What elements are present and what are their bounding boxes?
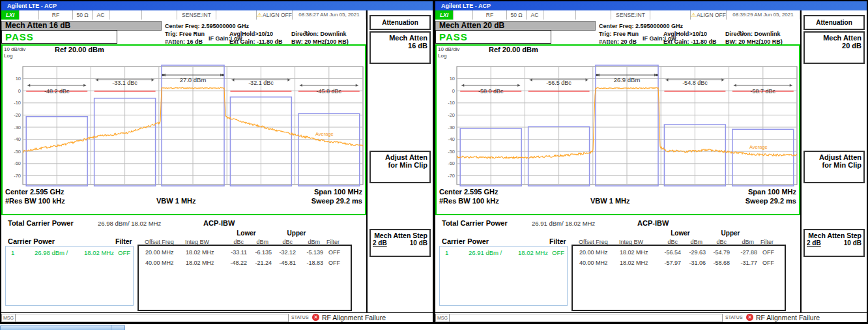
filter-cell: OFF <box>762 249 774 256</box>
log-label: Log <box>438 53 446 59</box>
spectrum-display: 100-10-20-30-40-50-60-70Average-58.0 dBc… <box>435 44 800 215</box>
error-icon: ✕ <box>312 314 319 321</box>
acp-ibw-label: ACP-IBW <box>637 219 669 227</box>
mech-atten-label: Mech Atten <box>371 34 427 42</box>
svg-text:10: 10 <box>16 76 21 82</box>
taskbar-item-fragment[interactable] <box>0 325 125 330</box>
mech-atten-softkey[interactable]: Mech Atten 16 dB <box>369 31 431 64</box>
mech-atten-step-label: Mech Atten Step <box>805 232 861 239</box>
total-carrier-power-label: Total Carrier Power <box>8 219 74 227</box>
adjust-atten-softkey[interactable]: Adjust Atten for Min Clip <box>369 151 431 183</box>
svg-text:0: 0 <box>452 88 455 94</box>
lxi-badge: LXI <box>435 10 454 20</box>
softkey-menu-title: Attenuation <box>369 15 431 30</box>
lower-dbm-cell: -31.06 <box>682 260 706 266</box>
svg-text:-20: -20 <box>14 112 21 118</box>
window-titlebar[interactable]: Agilent LTE - ACP <box>435 1 867 10</box>
mech-atten-label: Mech Atten <box>805 34 861 42</box>
svg-text:-40: -40 <box>14 136 21 142</box>
carrier-number: 1 <box>445 249 448 256</box>
svg-text:-58.0 dBc: -58.0 dBc <box>478 88 504 95</box>
svg-text:-32.1 dBc: -32.1 dBc <box>248 80 274 86</box>
step-selected-value[interactable]: 2 dB <box>807 239 821 247</box>
svg-text:-60: -60 <box>448 160 455 166</box>
impedance-indicator: 50 Ω <box>507 10 527 20</box>
strip-spacer <box>109 10 142 20</box>
adjust-atten-line2: for Min Clip <box>371 161 427 169</box>
step-selected-value[interactable]: 2 dB <box>373 239 387 247</box>
carrier-power-value: 26.98 dBm / <box>35 249 68 256</box>
mech-atten-value: 20 dB <box>805 42 861 50</box>
strip-spacer <box>576 10 611 20</box>
mech-atten-softkey[interactable]: Mech Atten 20 dB <box>803 31 865 64</box>
upper-dbc-cell: -54.79 <box>706 249 730 256</box>
carrier-power-header: Carrier Power <box>8 237 55 245</box>
clock: 08:38:27 AM Jun 05, 2021 <box>293 10 366 20</box>
trigger-readout: Trig: Free Run <box>599 31 639 37</box>
integ-bw-cell: 18.02 MHz <box>186 249 214 256</box>
strip-spacer <box>216 10 257 20</box>
svg-text:0: 0 <box>18 88 21 94</box>
carrier-filter-value: OFF <box>552 249 564 256</box>
lower-dbc-cell: -33.11 <box>224 249 247 256</box>
avg-hold-readout: Avg|Hold>10/10 <box>229 31 273 37</box>
rf-indicator: RF <box>39 10 73 20</box>
strip-spacer <box>142 10 177 20</box>
pass-indicator: PASS <box>435 30 551 44</box>
lower-dbc-cell: -48.22 <box>224 260 247 266</box>
analyzer-window: Agilent LTE - ACP LXI RF 50 Ω AC SENSE:I… <box>434 0 868 324</box>
upper-dbc-cell: -58.68 <box>706 260 730 266</box>
svg-text:-10: -10 <box>14 100 21 106</box>
svg-text:-45.8 dBc: -45.8 dBc <box>317 88 342 95</box>
svg-text:-56.5 dBc: -56.5 dBc <box>546 80 571 86</box>
carrier-power-list: 1 26.98 dBm / 18.02 MHz OFF <box>5 246 134 306</box>
adjust-atten-line1: Adjust Atten <box>371 153 427 161</box>
align-indicator: ⚠ALIGN OFF <box>257 10 293 20</box>
mech-atten-step-softkey[interactable]: Mech Atten Step 2 dB 10 dB <box>803 229 865 257</box>
window-titlebar[interactable]: Agilent LTE - ACP <box>1 1 433 10</box>
status-label: STATUS <box>291 315 309 320</box>
total-carrier-power-value: 26.91 dBm/ 18.02 MHz <box>532 220 595 227</box>
message-area <box>449 314 723 322</box>
span-annotation: Span 100 MHz <box>748 188 796 196</box>
svg-text:-10: -10 <box>448 100 455 106</box>
step-alt-value[interactable]: 10 dB <box>410 239 427 247</box>
adjust-atten-softkey[interactable]: Adjust Atten for Min Clip <box>803 151 865 183</box>
step-alt-value[interactable]: 10 dB <box>844 239 861 247</box>
carrier-power-list: 1 26.91 dBm / 18.02 MHz OFF <box>439 246 568 306</box>
coupling-indicator: AC <box>527 10 543 20</box>
align-status: ALIGN OFF <box>697 12 726 18</box>
taskbar-item-divider <box>111 325 111 330</box>
span-annotation: Span 100 MHz <box>314 188 362 196</box>
strip-spacer <box>20 10 39 20</box>
window-title: Agilent LTE - ACP <box>441 3 491 9</box>
warning-icon: ⚠ <box>691 12 696 18</box>
strip-spacer <box>454 10 473 20</box>
status-bar: MSG STATUS ✕ RF Alignment Failure <box>435 312 867 322</box>
svg-text:27.0 dBm: 27.0 dBm <box>180 76 207 83</box>
status-message: RF Alignment Failure <box>322 314 386 322</box>
pass-indicator: PASS <box>1 30 117 44</box>
mech-atten-step-label: Mech Atten Step <box>371 232 427 239</box>
carrier-power-value: 26.91 dBm / <box>469 249 502 256</box>
svg-text:-30: -30 <box>14 125 21 130</box>
total-carrier-power-label: Total Carrier Power <box>442 219 508 227</box>
sweep-annotation: Sweep 29.2 ms <box>745 197 796 205</box>
scale-label: 10 dB/div <box>438 46 459 52</box>
align-status: ALIGN OFF <box>263 12 292 18</box>
message-area <box>15 314 289 322</box>
mech-atten-step-softkey[interactable]: Mech Atten Step 2 dB 10 dB <box>369 229 431 257</box>
upper-header: Upper <box>717 230 744 237</box>
lower-dbm-cell: -6.135 <box>248 249 272 256</box>
svg-text:-20: -20 <box>448 112 455 118</box>
window-title: Agilent LTE - ACP <box>7 3 57 9</box>
svg-text:-40: -40 <box>448 136 455 142</box>
lower-dbc-cell: -56.54 <box>658 249 681 256</box>
carrier-filter-value: OFF <box>118 249 130 256</box>
lower-header: Lower <box>233 230 259 237</box>
trigger-readout: Trig: Free Run <box>165 31 205 37</box>
carrier-power-header: Carrier Power <box>442 237 489 245</box>
upper-header: Upper <box>283 230 310 237</box>
svg-text:-70: -70 <box>448 173 455 179</box>
svg-text:-33.1 dBc: -33.1 dBc <box>112 80 137 86</box>
